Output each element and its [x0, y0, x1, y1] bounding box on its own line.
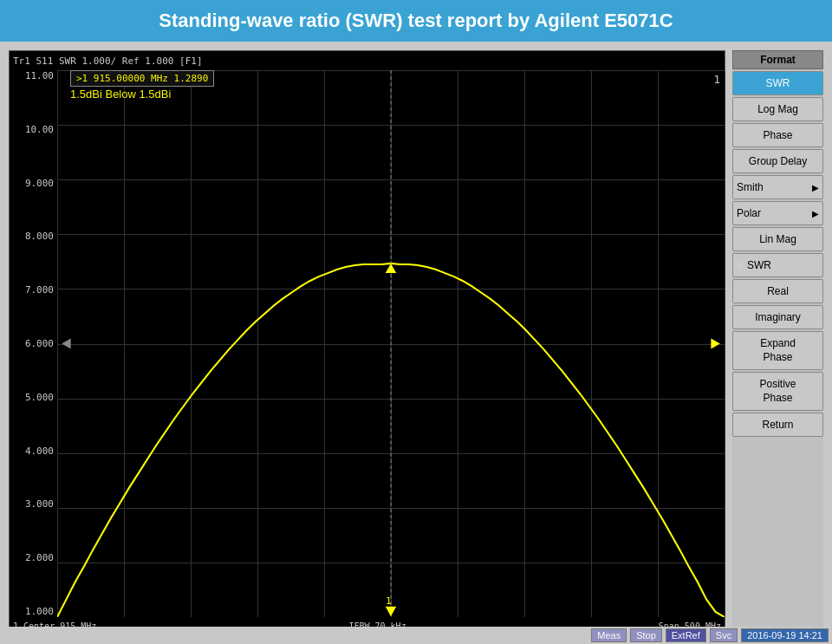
format-section-title: Format [732, 50, 823, 69]
plot-area: 1 1 [57, 70, 725, 617]
y-label-6: 5.000 [25, 392, 54, 403]
y-label-5: 6.000 [25, 338, 54, 349]
y-label-3: 8.000 [25, 231, 54, 242]
smith-arrow-icon: ▶ [812, 183, 819, 192]
swr-dot-icon [737, 262, 744, 269]
phase-button[interactable]: Phase [732, 123, 823, 147]
lin-mag-button[interactable]: Lin Mag [732, 227, 823, 251]
marker-box: >1 915.00000 MHz 1.2890 [70, 70, 214, 87]
positive-phase-button[interactable]: PositivePhase [732, 372, 823, 411]
swr-top-button[interactable]: SWR [732, 71, 823, 95]
real-button[interactable]: Real [732, 279, 823, 303]
right-edge-arrow [711, 338, 719, 348]
main-content: Tr1 S11 SWR 1.000/ Ref 1.000 [F1] >1 915… [0, 42, 832, 644]
group-delay-button[interactable]: Group Delay [732, 149, 823, 173]
log-mag-button[interactable]: Log Mag [732, 97, 823, 121]
y-label-10: 1.000 [25, 606, 54, 617]
y-label-7: 4.000 [25, 446, 54, 457]
status-bar: Meas Stop ExtRef Svc 2016-09-19 14:21 [0, 627, 832, 644]
polar-label: Polar [737, 207, 761, 219]
y-label-9: 2.000 [25, 552, 54, 563]
imaginary-button[interactable]: Imaginary [732, 305, 823, 329]
meas-status[interactable]: Meas [591, 628, 627, 642]
swr-bottom-button[interactable]: SWR [732, 253, 823, 277]
annotation-text: 1.5dBi Below 1.5dBi [70, 88, 171, 101]
chart-container: Tr1 S11 SWR 1.000/ Ref 1.000 [F1] >1 915… [9, 50, 725, 635]
expand-phase-button[interactable]: ExpandPhase [732, 331, 823, 370]
stop-status[interactable]: Stop [630, 628, 662, 642]
top-right-label: 1 [714, 74, 721, 86]
y-label-4: 7.000 [25, 284, 54, 296]
swr-curve [57, 263, 725, 617]
title-bar: Standing-wave ratio (SWR) test report by… [0, 0, 832, 42]
return-button[interactable]: Return [732, 413, 823, 437]
extref-status[interactable]: ExtRef [666, 628, 706, 642]
marker-number: 1 [386, 595, 392, 607]
left-edge-arrow [62, 338, 70, 348]
y-label-1: 10.00 [25, 124, 54, 135]
marker-label: >1 915.00000 MHz 1.2890 [76, 73, 208, 84]
smith-label: Smith [737, 181, 764, 193]
chart-header-text: Tr1 S11 SWR 1.000/ Ref 1.000 [F1] [13, 55, 203, 67]
smith-button[interactable]: Smith ▶ [732, 175, 823, 199]
polar-arrow-icon: ▶ [812, 209, 819, 218]
y-label-0: 11.00 [25, 70, 54, 81]
y-label-8: 3.000 [25, 498, 54, 510]
swr-bottom-label: SWR [747, 259, 771, 271]
marker-triangle-bottom [386, 607, 396, 616]
chart-header: Tr1 S11 SWR 1.000/ Ref 1.000 [F1] [10, 51, 725, 70]
right-panel: Format SWR Log Mag Phase Group Delay Smi… [732, 50, 823, 635]
marker-triangle-top [386, 263, 396, 273]
polar-button[interactable]: Polar ▶ [732, 201, 823, 225]
y-label-2: 9.000 [25, 178, 54, 189]
y-axis: 11.00 10.00 9.000 8.000 7.000 6.000 5.00… [10, 70, 57, 617]
svc-status[interactable]: Svc [710, 628, 738, 642]
chart-svg: 1 [57, 70, 725, 617]
page-title: Standing-wave ratio (SWR) test report by… [159, 10, 673, 32]
datetime-status: 2016-09-19 14:21 [741, 628, 829, 642]
